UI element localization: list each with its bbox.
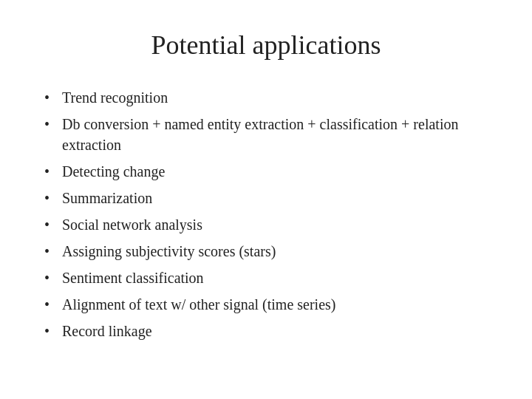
bullet-dot: •	[44, 87, 62, 108]
list-item: •Social network analysis	[44, 214, 488, 235]
bullet-dot: •	[44, 321, 62, 341]
list-item: •Db conversion + named entity extraction…	[44, 114, 488, 155]
slide: Potential applications •Trend recognitio…	[0, 0, 532, 399]
list-item: •Alignment of text w/ other signal (time…	[44, 294, 488, 315]
list-item: •Assigning subjectivity scores (stars)	[44, 241, 488, 262]
list-item: •Trend recognition	[44, 87, 488, 108]
list-item: •Sentiment classification	[44, 267, 488, 288]
list-item: •Summarization	[44, 188, 488, 208]
bullet-text: Assigning subjectivity scores (stars)	[62, 241, 488, 262]
bullet-text: Social network analysis	[62, 214, 488, 235]
bullet-text: Trend recognition	[62, 87, 488, 108]
bullet-list: •Trend recognition•Db conversion + named…	[44, 87, 488, 347]
list-item: •Detecting change	[44, 161, 488, 182]
slide-title: Potential applications	[44, 30, 488, 61]
bullet-text: Summarization	[62, 188, 488, 208]
bullet-dot: •	[44, 241, 62, 262]
bullet-text: Detecting change	[62, 161, 488, 182]
bullet-text: Sentiment classification	[62, 267, 488, 288]
bullet-text: Alignment of text w/ other signal (time …	[62, 294, 488, 315]
list-item: •Record linkage	[44, 321, 488, 341]
bullet-dot: •	[44, 161, 62, 182]
bullet-dot: •	[44, 267, 62, 288]
bullet-text: Record linkage	[62, 321, 488, 341]
bullet-text: Db conversion + named entity extraction …	[62, 114, 488, 155]
bullet-dot: •	[44, 214, 62, 235]
bullet-dot: •	[44, 294, 62, 315]
bullet-dot: •	[44, 114, 62, 134]
bullet-dot: •	[44, 188, 62, 208]
